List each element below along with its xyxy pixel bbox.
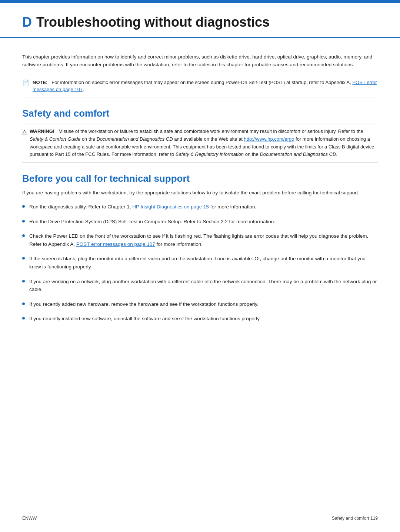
bullet-dot [22,302,25,305]
warning-icon: △ [22,128,27,135]
main-content: This chapter provides information on how… [0,38,400,352]
chapter-title: DTroubleshooting without diagnostics [22,15,378,30]
bullet-dot [22,317,25,319]
bullet-dot [22,257,25,260]
note-box: 📄 NOTE: For information on specific erro… [22,75,378,97]
list-item-text: If the screen is blank, plug the monitor… [29,255,378,271]
ergo-link[interactable]: http://www.hp.com/ergo [244,136,294,142]
post-error-link-note[interactable]: POST error messages on page 107 [33,80,377,93]
page: DTroubleshooting without diagnostics Thi… [0,0,400,532]
list-item: If you are working on a network, plug an… [22,278,378,294]
bullet-dot [22,205,25,208]
list-item: Check the Power LED on the front of the … [22,232,378,248]
list-item-text: Check the Power LED on the front of the … [29,232,378,248]
list-item: Run the Drive Protection System (DPS) Se… [22,218,378,226]
warning-text: WARNING! Misuse of the workstation or fa… [30,128,378,158]
section2-intro: If you are having problems with the work… [22,189,378,197]
intro-paragraph: This chapter provides information on how… [22,53,378,69]
footer-left: ENWW [22,516,37,521]
insight-diagnostics-link[interactable]: HP Insight Diagnostics on page 15 [132,204,209,210]
warning-label: WARNING! [30,128,54,134]
list-item: If the screen is blank, plug the monitor… [22,255,378,271]
safety-guide-italic: Safety & Comfort Guide [30,136,80,142]
top-bar [0,0,400,3]
footer-right: Safety and comfort 119 [332,516,378,521]
list-item-text: Run the diagnostics utility. Refer to Ch… [29,203,256,211]
list-item-text: If you are working on a network, plug an… [29,278,378,294]
note-label: NOTE: [33,80,47,85]
chapter-letter: D [22,14,32,30]
doc-cd-italic-1: Documentation and Diagnostics CD [97,136,173,142]
list-item: If you recently installed new software, … [22,315,378,323]
doc-cd-italic-2: Documentation and Diagnostics CD [260,151,336,157]
page-footer: ENWW Safety and comfort 119 [22,516,378,521]
note-body: For information on specific error messag… [33,80,377,93]
bullet-list: Run the diagnostics utility. Refer to Ch… [22,203,378,323]
list-item-text: Run the Drive Protection System (DPS) Se… [29,218,275,226]
list-item: Run the diagnostics utility. Refer to Ch… [22,203,378,211]
section2-heading: Before you call for technical support [22,173,378,184]
bullet-dot [22,220,25,222]
section1-heading: Safety and comfort [22,108,378,119]
note-icon: 📄 [22,79,30,86]
safety-reg-italic: Safety & Regulatory Information [176,151,244,157]
bullet-dot [22,234,25,237]
list-item-text: If you recently installed new software, … [29,315,261,323]
warning-box: △ WARNING! Misuse of the workstation or … [22,124,378,163]
bullet-dot [22,280,25,282]
list-item-text: If you recently added new hardware, remo… [29,300,259,308]
page-header: DTroubleshooting without diagnostics [0,3,400,38]
post-error-link-bullet[interactable]: POST error messages on page 107 [76,241,155,247]
list-item: If you recently added new hardware, remo… [22,300,378,308]
chapter-title-text: Troubleshooting without diagnostics [36,14,270,30]
note-text: NOTE: For information on specific error … [33,79,378,93]
